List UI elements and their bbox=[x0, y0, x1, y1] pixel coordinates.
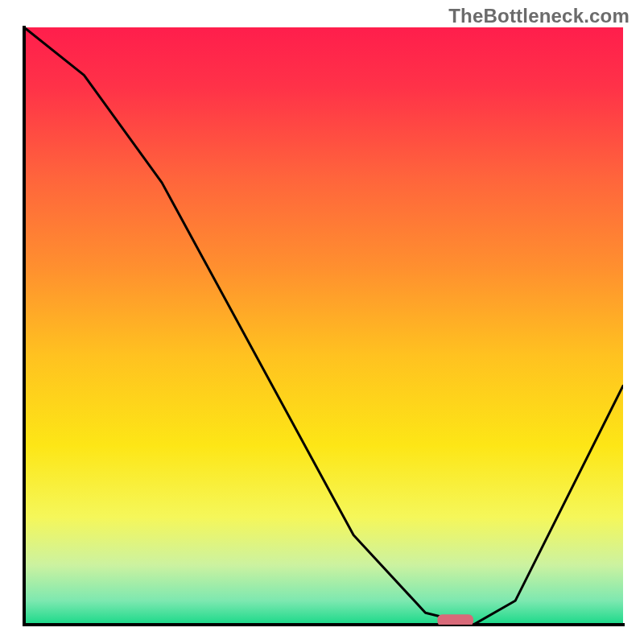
watermark-text: TheBottleneck.com bbox=[448, 5, 630, 27]
bottleneck-chart: TheBottleneck.com bbox=[0, 0, 644, 644]
bottleneck-marker bbox=[437, 614, 473, 626]
chart-canvas bbox=[0, 0, 644, 644]
